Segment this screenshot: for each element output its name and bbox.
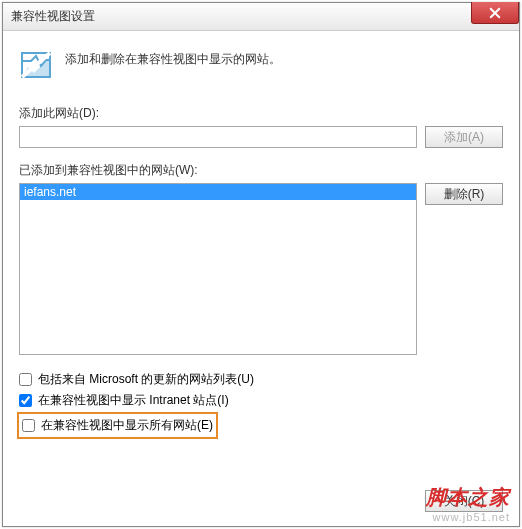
remove-button[interactable]: 删除(R): [425, 183, 503, 205]
added-websites-list[interactable]: iefans.net: [19, 183, 417, 355]
window-close-button[interactable]: [471, 2, 519, 24]
add-website-input[interactable]: [19, 126, 417, 148]
add-website-label: 添加此网站(D):: [19, 105, 503, 122]
list-item[interactable]: iefans.net: [20, 184, 416, 200]
close-icon: [489, 7, 501, 19]
checkbox-all-sites-label: 在兼容性视图中显示所有网站(E): [41, 417, 213, 434]
checkbox-ms-list-label: 包括来自 Microsoft 的更新的网站列表(U): [38, 371, 254, 388]
dialog-content: 添加和删除在兼容性视图中显示的网站。 添加此网站(D): 添加(A) 已添加到兼…: [3, 31, 519, 453]
checkbox-all-sites-input[interactable]: [22, 419, 35, 432]
checkbox-ms-list-input[interactable]: [19, 373, 32, 386]
titlebar: 兼容性视图设置: [3, 3, 519, 31]
window-title: 兼容性视图设置: [11, 8, 95, 25]
checkbox-intranet-input[interactable]: [19, 394, 32, 407]
close-button[interactable]: 关闭(C): [425, 490, 503, 512]
checkbox-ms-list[interactable]: 包括来自 Microsoft 的更新的网站列表(U): [19, 369, 503, 390]
add-button[interactable]: 添加(A): [425, 126, 503, 148]
dialog-window: 兼容性视图设置 添加和删除在兼容性视图中显示的网站。 添加此网站(D): 添加(…: [2, 2, 520, 527]
checkbox-intranet[interactable]: 在兼容性视图中显示 Intranet 站点(I): [19, 390, 503, 411]
compat-view-icon: [19, 49, 53, 83]
checkbox-all-sites[interactable]: 在兼容性视图中显示所有网站(E): [22, 415, 213, 436]
header-text: 添加和删除在兼容性视图中显示的网站。: [65, 49, 281, 68]
added-websites-label: 已添加到兼容性视图中的网站(W):: [19, 162, 503, 179]
highlight-box: 在兼容性视图中显示所有网站(E): [17, 412, 218, 439]
checkbox-group: 包括来自 Microsoft 的更新的网站列表(U) 在兼容性视图中显示 Int…: [19, 369, 503, 439]
footer: 关闭(C): [425, 490, 503, 512]
header-row: 添加和删除在兼容性视图中显示的网站。: [19, 49, 503, 83]
checkbox-intranet-label: 在兼容性视图中显示 Intranet 站点(I): [38, 392, 229, 409]
